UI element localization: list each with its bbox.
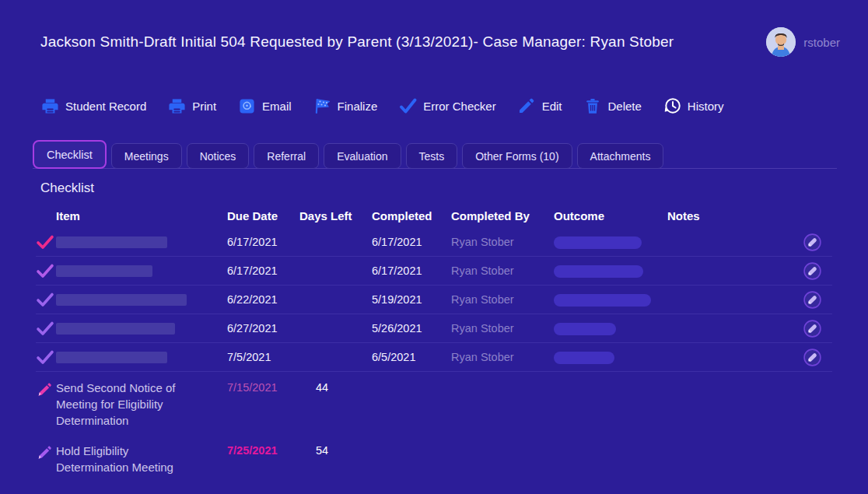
- completed-date: 5/19/2021: [372, 293, 451, 306]
- completed-date: 5/26/2021: [372, 322, 451, 335]
- completed-check-icon: [36, 263, 56, 279]
- row-edit-button[interactable]: [803, 320, 821, 338]
- history-clock-icon: [663, 96, 682, 116]
- checklist-row: 6/22/20215/19/2021Ryan Stober: [36, 286, 832, 314]
- checklist-row: 7/5/20216/5/2021Ryan Stober: [36, 343, 832, 372]
- completed-by: Ryan Stober: [451, 293, 554, 306]
- due-date: 6/17/2021: [227, 265, 299, 277]
- tab-meetings[interactable]: Meetings: [111, 143, 182, 169]
- completed-check-icon: [36, 234, 56, 251]
- toolbar-label: Error Checker: [423, 100, 495, 113]
- due-date: 6/17/2021: [227, 236, 299, 248]
- redacted-outcome-bar: [554, 265, 643, 278]
- toolbar-label: Finalize: [338, 100, 378, 113]
- due-date: 7/15/2021: [227, 380, 299, 394]
- item-cell: Send Second Notice of Meeting for Eligib…: [56, 380, 227, 429]
- outcome-cell: [554, 293, 667, 306]
- completed-date: 6/5/2021: [372, 351, 451, 363]
- due-date: 6/27/2021: [227, 322, 299, 335]
- flag-icon: [313, 96, 332, 116]
- completed-check-icon: [36, 292, 56, 308]
- toolbar-label: Print: [192, 100, 216, 113]
- completed-date: 6/17/2021: [372, 236, 451, 248]
- toolbar-delete-button[interactable]: Delete: [583, 96, 642, 116]
- checklist-row: 6/17/20216/17/2021Ryan Stober: [36, 228, 832, 257]
- row-edit-button[interactable]: [803, 233, 821, 251]
- tab-referral[interactable]: Referral: [254, 143, 319, 169]
- pencil-icon: [517, 96, 537, 116]
- edit-cell: [793, 349, 832, 366]
- trash-icon: [583, 96, 603, 116]
- completed-by: Ryan Stober: [451, 236, 554, 248]
- table-header-row: ItemDue DateDays LeftCompletedCompleted …: [36, 203, 832, 228]
- due-date: 7/5/2021: [227, 351, 299, 363]
- checklist-row: Send Second Notice of Meeting for Eligib…: [36, 372, 832, 435]
- item-cell: [56, 351, 227, 364]
- item-label: Send Second Notice of Meeting for Eligib…: [56, 380, 200, 429]
- toolbar-label: Email: [262, 100, 292, 113]
- user-menu[interactable]: rstober: [766, 27, 840, 57]
- outcome-cell: [554, 235, 667, 248]
- pending-pencil-icon: [36, 380, 56, 398]
- column-header: Outcome: [554, 209, 667, 222]
- days-left: 54: [299, 443, 372, 457]
- tab-tests[interactable]: Tests: [406, 143, 458, 169]
- redacted-outcome-bar: [554, 352, 614, 364]
- outcome-cell: [554, 350, 667, 363]
- checklist-row: Hold Eligibility Determination Meeting7/…: [36, 435, 832, 482]
- column-header: Completed: [372, 209, 451, 222]
- completed-date: 6/17/2021: [372, 265, 451, 277]
- row-edit-button[interactable]: [803, 262, 821, 280]
- redacted-item-bar: [56, 236, 167, 248]
- tab-bar: ChecklistMeetingsNoticesReferralEvaluati…: [33, 142, 837, 169]
- toolbar-label: Student Record: [65, 100, 146, 113]
- toolbar-error-checker-button[interactable]: Error Checker: [398, 96, 495, 116]
- printer-icon: [40, 96, 60, 116]
- page-title: Jackson Smith-Draft Initial 504 Requeste…: [40, 33, 674, 51]
- column-header: Due Date: [227, 209, 299, 222]
- completed-by: Ryan Stober: [451, 322, 554, 335]
- redacted-item-bar: [56, 352, 167, 363]
- edit-cell: [793, 291, 832, 309]
- redacted-item-bar: [56, 294, 187, 306]
- printer-icon: [167, 96, 187, 116]
- tab-notices[interactable]: Notices: [187, 143, 250, 169]
- user-avatar-icon: [766, 27, 796, 57]
- toolbar-email-button[interactable]: Email: [237, 96, 292, 116]
- tabs: ChecklistMeetingsNoticesReferralEvaluati…: [33, 140, 663, 169]
- item-cell: [56, 322, 227, 335]
- toolbar-edit-button[interactable]: Edit: [517, 96, 562, 116]
- tab-checklist[interactable]: Checklist: [33, 140, 107, 169]
- redacted-outcome-bar: [554, 323, 616, 335]
- tab-other-forms-10-[interactable]: Other Forms (10): [462, 143, 572, 169]
- checklist-row: 6/27/20215/26/2021Ryan Stober: [36, 314, 832, 343]
- item-cell: Hold Eligibility Determination Meeting: [56, 443, 227, 475]
- toolbar-print-button[interactable]: Print: [167, 96, 216, 116]
- check-icon: [398, 96, 418, 116]
- toolbar: Student RecordPrintEmailFinalizeError Ch…: [40, 93, 724, 119]
- row-edit-button[interactable]: [803, 349, 821, 366]
- days-left: 44: [299, 380, 372, 394]
- case-management-page: Jackson Smith-Draft Initial 504 Requeste…: [0, 0, 868, 494]
- toolbar-label: History: [688, 100, 724, 113]
- section-title: Checklist: [40, 180, 94, 196]
- toolbar-label: Delete: [608, 100, 642, 113]
- tab-evaluation[interactable]: Evaluation: [324, 143, 401, 169]
- toolbar-student-record-button[interactable]: Student Record: [40, 96, 146, 116]
- toolbar-label: Edit: [542, 100, 562, 113]
- column-header: Item: [56, 209, 227, 222]
- redacted-item-bar: [56, 323, 175, 335]
- completed-by: Ryan Stober: [451, 265, 554, 277]
- completed-check-icon: [36, 321, 56, 337]
- tab-attachments[interactable]: Attachments: [577, 143, 664, 169]
- column-header: Notes: [667, 209, 793, 222]
- item-cell: [56, 265, 227, 278]
- edit-cell: [793, 320, 832, 338]
- row-edit-button[interactable]: [803, 291, 821, 309]
- item-label: Hold Eligibility Determination Meeting: [56, 443, 200, 475]
- toolbar-history-button[interactable]: History: [663, 96, 724, 116]
- item-cell: [56, 293, 227, 307]
- completed-by: Ryan Stober: [451, 351, 554, 363]
- due-date: 7/25/2021: [227, 443, 299, 457]
- toolbar-finalize-button[interactable]: Finalize: [313, 96, 378, 116]
